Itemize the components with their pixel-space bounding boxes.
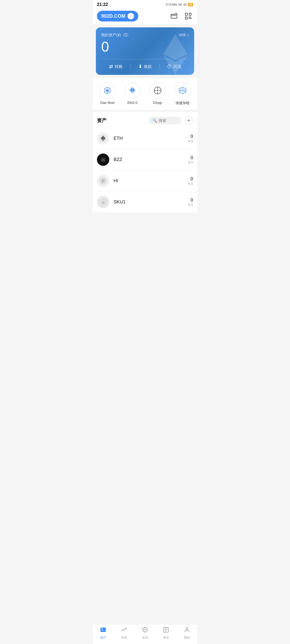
- svg-point-16: [125, 34, 126, 36]
- asset-label: 我的资产(¥): [101, 33, 128, 38]
- status-icons: 27.8 KB/s HD 4G 18: [166, 3, 193, 6]
- bzz-cny: ¥ 0: [188, 160, 193, 164]
- hi-amount: 0: [188, 176, 193, 182]
- asset-item-bzz[interactable]: BZZ 0 ¥ 0: [97, 149, 193, 170]
- assets-controls: 🔍 +: [149, 116, 193, 125]
- speed-indicator: 27.8 KB/s: [166, 3, 177, 6]
- hi-values: 0 ¥ 0: [188, 176, 193, 186]
- hd-badge: HD: [178, 3, 182, 6]
- eth-symbol: ETH: [114, 136, 188, 141]
- assets-header: 资产 🔍 +: [93, 112, 197, 128]
- bzz-symbol: BZZ: [114, 157, 188, 162]
- receive-button[interactable]: ⬇ 收款: [130, 64, 160, 69]
- eth-cny: ¥ 0: [188, 139, 193, 143]
- logo-button[interactable]: 902D.COM ›: [97, 11, 138, 21]
- assets-title: 资产: [97, 117, 107, 124]
- quick-action-eth2[interactable]: Eth2.0: [120, 82, 145, 105]
- detail-link[interactable]: 详情 >: [179, 33, 189, 38]
- header-icons: [169, 11, 193, 21]
- logo-text: 902D.COM: [101, 13, 125, 19]
- eth2-circle: [124, 82, 140, 98]
- dapp-circle: [150, 82, 166, 98]
- eth2-label: Eth2.0: [127, 101, 137, 105]
- bzz-values: 0 ¥ 0: [188, 155, 193, 164]
- search-input[interactable]: [159, 118, 177, 123]
- quick-actions: Gas Now Eth2.0 DApp: [93, 78, 197, 110]
- asset-item-sku1[interactable]: SKU1 0 ¥ 0: [97, 192, 193, 213]
- scan-button[interactable]: [183, 11, 193, 21]
- bottom-spacer: [93, 213, 197, 234]
- transfer-icon: ⇄: [109, 64, 113, 69]
- sku1-values: 0 ¥ 0: [188, 197, 193, 207]
- eth-icon: [97, 132, 109, 145]
- asset-item-eth[interactable]: ETH 0 ¥ 0: [97, 128, 193, 149]
- header: 902D.COM ›: [93, 8, 197, 24]
- svg-rect-5: [185, 13, 187, 15]
- add-chain-circle: EVM: [175, 82, 191, 98]
- bzz-icon: [97, 153, 109, 166]
- quick-action-add-chain[interactable]: EVM 快捷加链: [170, 82, 195, 105]
- assets-section: 资产 🔍 + ETH 0 ¥ 0: [93, 112, 197, 213]
- receive-label: 收款: [144, 64, 152, 69]
- status-time: 21:22: [97, 2, 108, 7]
- sku1-icon: [97, 196, 109, 208]
- hi-cny: ¥ 0: [188, 182, 193, 186]
- add-wallet-button[interactable]: [169, 11, 179, 21]
- svg-rect-7: [189, 13, 191, 15]
- sku1-cny: ¥ 0: [188, 203, 193, 207]
- hi-symbol: HI: [114, 178, 188, 184]
- status-bar: 21:22 27.8 KB/s HD 4G 18: [93, 0, 197, 8]
- add-asset-button[interactable]: +: [184, 116, 193, 125]
- battery-icon: 18: [188, 3, 193, 6]
- svg-point-15: [123, 33, 128, 36]
- svg-text:EVM: EVM: [180, 89, 185, 92]
- svg-point-44: [102, 159, 104, 160]
- transfer-button[interactable]: ⇄ 转账: [101, 64, 130, 69]
- signal-icon: 4G: [183, 3, 187, 6]
- quick-action-dapp[interactable]: DApp: [145, 82, 170, 105]
- sku1-symbol: SKU1: [114, 199, 188, 205]
- dapp-label: DApp: [153, 101, 162, 105]
- bzz-amount: 0: [188, 155, 193, 160]
- quick-action-gas-now[interactable]: Gas Now: [95, 82, 120, 105]
- eth-values: 0 ¥ 0: [188, 134, 193, 143]
- asset-card: 我的资产(¥) 详情 > 0 ⇄ 转账 ⬇ 收款 ⏱ 闪兑: [96, 27, 194, 75]
- asset-item-hi[interactable]: HI 0 ¥ 0: [97, 170, 193, 192]
- eth-amount: 0: [188, 134, 193, 139]
- receive-icon: ⬇: [138, 64, 142, 69]
- search-bar[interactable]: 🔍: [149, 117, 181, 124]
- add-chain-label: 快捷加链: [176, 101, 190, 105]
- search-icon: 🔍: [153, 118, 157, 123]
- logo-arrow-icon: ›: [128, 13, 134, 19]
- svg-point-47: [102, 202, 104, 203]
- asset-list: ETH 0 ¥ 0 BZZ 0 ¥ 0: [93, 128, 197, 213]
- sku1-amount: 0: [188, 197, 193, 203]
- transfer-label: 转账: [115, 64, 123, 69]
- svg-point-27: [157, 90, 158, 91]
- hi-icon: [97, 175, 109, 187]
- svg-marker-13: [163, 34, 187, 60]
- gas-now-label: Gas Now: [100, 101, 114, 105]
- eye-icon[interactable]: [123, 33, 128, 38]
- gas-now-circle: [99, 82, 115, 98]
- svg-rect-6: [185, 17, 187, 19]
